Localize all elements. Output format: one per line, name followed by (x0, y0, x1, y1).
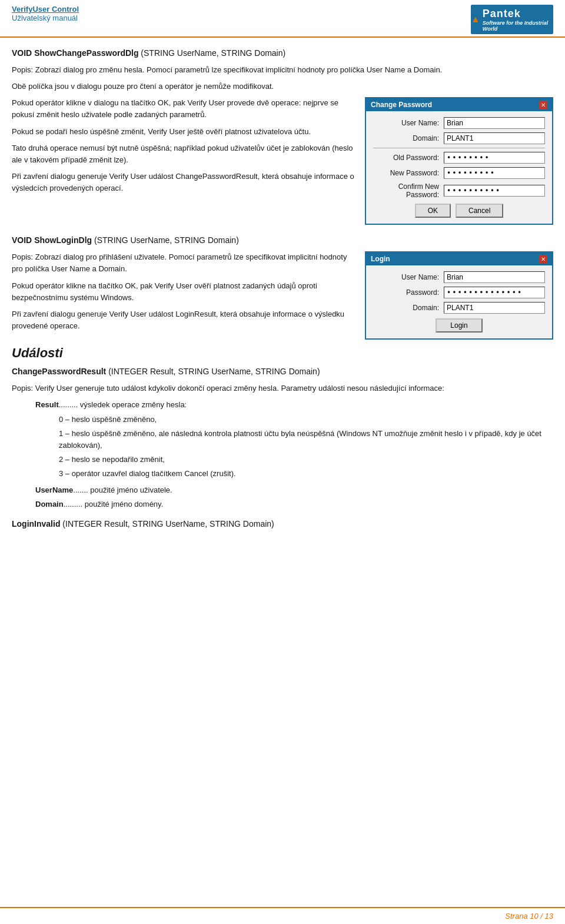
confirm-password-row: Confirm New Password: (373, 182, 545, 199)
old-password-label: Old Password: (373, 154, 444, 162)
page-header: VerifyUser Control Uživatelský manuál Pa… (0, 0, 565, 38)
username-input[interactable] (444, 117, 545, 129)
domain-dots: ......... (64, 500, 85, 508)
result-label-line: Result......... výsledek operace změny h… (35, 399, 553, 411)
confirm-password-input[interactable] (444, 185, 545, 197)
result-0-line: 0 – heslo úspěšně změněno, (59, 414, 553, 426)
result-1: 1 – heslo úspěšně změněno, ale následná … (59, 429, 541, 450)
login-close-button[interactable]: ✕ (539, 255, 547, 263)
domain-row: Domain: (373, 132, 545, 144)
login-domain-input[interactable] (444, 302, 545, 314)
domain-result-label: Domain (35, 500, 64, 508)
login-username-label: User Name: (373, 273, 444, 281)
change-password-dialog-titlebar: Change Password ✕ (366, 98, 552, 111)
logo-text: Pantek Software for the Industrial World (483, 8, 553, 32)
login-username-input[interactable] (444, 271, 545, 283)
new-password-input[interactable] (444, 167, 545, 179)
login-para3: Při zavření dialogu generuje Verify User… (12, 308, 355, 332)
change-password-dialog: Change Password ✕ User Name: Domain: Old… (365, 97, 553, 225)
logo-tagline: Software for the Industrial World (483, 20, 553, 32)
login-dialog: Login ✕ User Name: Password: Domain: (365, 251, 553, 340)
change-password-dialog-body: User Name: Domain: Old Password: New Pas… (366, 111, 552, 224)
result-label: Result (35, 400, 59, 409)
company-logo: Pantek Software for the Industrial World (471, 5, 553, 34)
login-password-row: Password: (373, 287, 545, 298)
header-title[interactable]: VerifyUser Control (12, 5, 79, 14)
new-password-label: New Password: (373, 169, 444, 177)
page-number: Strana 10 / 13 (505, 912, 553, 920)
login-password-label: Password: (373, 288, 444, 297)
result-dots: ......... (59, 400, 80, 409)
domain-label: Domain: (373, 134, 444, 142)
domain-input[interactable] (444, 132, 545, 144)
func-name-login-invalid: LoginInvalid (12, 519, 60, 529)
login-text: Popis: Zobrazí dialog pro přihlášení uži… (12, 251, 355, 340)
username-result-label: UserName (35, 486, 73, 494)
func-name-change-password-result: ChangePasswordResult (12, 367, 106, 376)
change-password-dialog-title: Change Password (371, 101, 432, 109)
header-left: VerifyUser Control Uživatelský manuál (12, 5, 79, 22)
login-domain-label: Domain: (373, 304, 444, 312)
login-section: Popis: Zobrazí dialog pro přihlášení uži… (12, 251, 553, 340)
login-dialog-col: Login ✕ User Name: Password: Domain: (365, 251, 553, 340)
login-para2: Pokud operátor klikne na tlačítko OK, pa… (12, 280, 355, 304)
result-2: 2 – heslo se nepodařilo změnit, (59, 455, 165, 464)
login-username-row: User Name: (373, 271, 545, 283)
func-name-change-password: ShowChangePasswordDlg (34, 48, 138, 58)
change-password-buttons: OK Cancel (373, 204, 545, 218)
login-dialog-titlebar: Login ✕ (366, 252, 552, 265)
change-password-section: Pokud operátor klikne v dialogu na tlačí… (12, 97, 553, 225)
result-0: 0 – heslo úspěšně změněno, (59, 415, 157, 424)
login-invalid-sig: LoginInvalid (INTEGER Result, STRING Use… (12, 518, 553, 530)
logo-brand: Pantek (483, 8, 521, 20)
events-heading: Události (12, 345, 553, 361)
func-name-login: ShowLoginDlg (34, 235, 92, 245)
func-params-login: (STRING UserName, STRING Domain) (92, 235, 239, 245)
username-label: User Name: (373, 119, 444, 127)
main-content: VOID ShowChangePasswordDlg (STRING UserN… (0, 38, 565, 547)
change-password-cancel-button[interactable]: Cancel (456, 204, 503, 218)
void-keyword: VOID (12, 48, 34, 58)
username-dots: ....... (73, 486, 90, 494)
login-button[interactable]: Login (436, 318, 483, 333)
login-sig: VOID ShowLoginDlg (STRING UserName, STRI… (12, 234, 553, 247)
change-password-text: Pokud operátor klikne v dialogu na tlačí… (12, 97, 355, 225)
change-password-para1: Popis: Zobrazí dialog pro změnu hesla. P… (12, 64, 553, 76)
login-para1: Popis: Zobrazí dialog pro přihlášení uži… (12, 251, 355, 275)
change-password-para4: Pokud se podaří heslo úspěšně změnit, Ve… (12, 126, 355, 138)
change-password-para5: Tato druhá operace nemusí být nutně úspě… (12, 142, 355, 166)
result-3: 3 – operátor uzavřel dialog tlačítkem Ca… (59, 469, 236, 478)
change-password-result-para1: Popis: Verify User generuje tuto událost… (12, 383, 553, 394)
func-params-login-invalid: (INTEGER Result, STRING UserName, STRING… (60, 519, 274, 529)
login-buttons: Login (373, 318, 545, 333)
void-keyword-2: VOID (12, 235, 34, 245)
change-password-dialog-col: Change Password ✕ User Name: Domain: Old… (365, 97, 553, 225)
result-1-line: 1 – heslo úspěšně změněno, ale následná … (59, 428, 553, 451)
change-password-para3: Pokud operátor klikne v dialogu na tlačí… (12, 97, 355, 121)
result-desc: výsledek operace změny hesla: (80, 400, 187, 409)
new-password-row: New Password: (373, 167, 545, 179)
login-dialog-body: User Name: Password: Domain: Login (366, 265, 552, 338)
confirm-label: Confirm New Password: (373, 182, 444, 199)
func-params-change-password: (STRING UserName, STRING Domain) (138, 48, 285, 58)
login-password-input[interactable] (444, 287, 545, 298)
page-footer: Strana 10 / 13 (0, 907, 565, 924)
change-password-para2: Obě políčka jsou v dialogu pouze pro čte… (12, 81, 553, 92)
domain-label-line: Domain......... použité jméno domény. (35, 498, 553, 510)
change-password-para6: Při zavření dialogu generuje Verify User… (12, 171, 355, 194)
login-domain-row: Domain: (373, 302, 545, 314)
login-dialog-title: Login (371, 255, 390, 263)
domain-desc: použité jméno domény. (85, 500, 163, 508)
username-label-line: UserName....... použité jméno uživatele. (35, 484, 553, 496)
result-3-line: 3 – operátor uzavřel dialog tlačítkem Ca… (59, 468, 553, 480)
old-password-row: Old Password: (373, 152, 545, 164)
header-subtitle: Uživatelský manuál (12, 14, 79, 22)
old-password-input[interactable] (444, 152, 545, 164)
result-2-line: 2 – heslo se nepodařilo změnit, (59, 454, 553, 466)
func-params-change-password-result: (INTEGER Result, STRING UserName, STRING… (106, 367, 320, 376)
change-password-result-sig: ChangePasswordResult (INTEGER Result, ST… (12, 365, 553, 378)
username-desc: použité jméno uživatele. (90, 486, 172, 494)
username-row: User Name: (373, 117, 545, 129)
change-password-close-button[interactable]: ✕ (539, 101, 547, 109)
change-password-ok-button[interactable]: OK (415, 204, 451, 218)
